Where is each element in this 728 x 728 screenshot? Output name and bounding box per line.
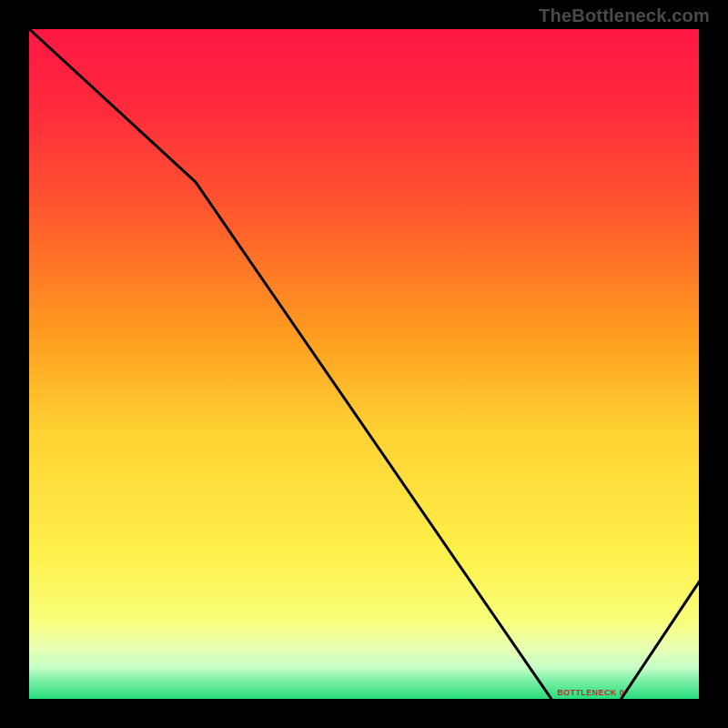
plot-area (27, 27, 701, 701)
bottleneck-chart (27, 27, 701, 701)
chart-frame: TheBottleneck.com BOTTLENECK 0 (0, 0, 728, 728)
bottleneck-zero-label: BOTTLENECK 0 (557, 688, 624, 697)
watermark-text: TheBottleneck.com (539, 5, 710, 26)
gradient-background (27, 27, 701, 701)
